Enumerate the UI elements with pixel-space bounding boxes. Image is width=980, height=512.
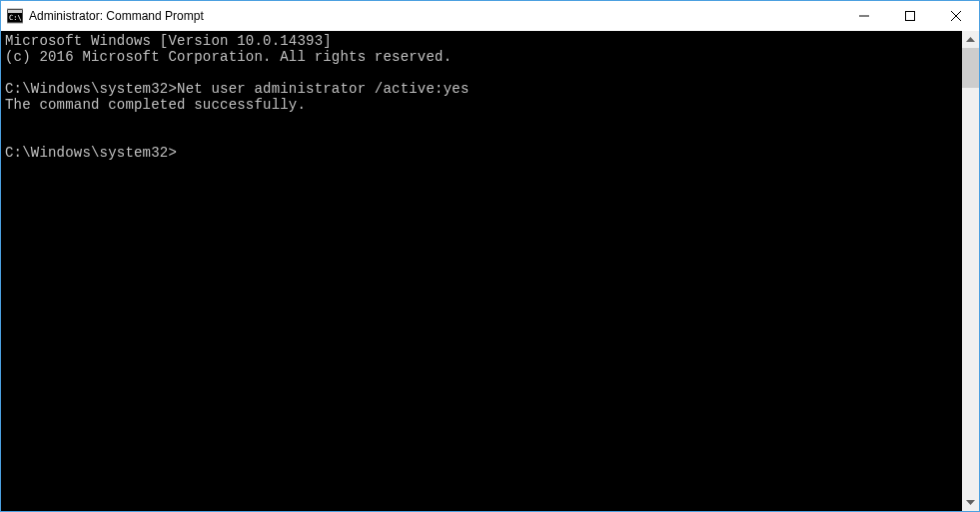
svg-line-6 xyxy=(951,11,961,21)
vertical-scrollbar[interactable] xyxy=(962,31,979,511)
cmd-icon: C:\ xyxy=(7,8,23,24)
window-title: Administrator: Command Prompt xyxy=(29,9,841,23)
console-output[interactable]: Microsoft Windows [Version 10.0.14393](c… xyxy=(1,31,962,511)
window-frame: C:\ Administrator: Command Prompt Micros… xyxy=(0,0,980,512)
svg-marker-8 xyxy=(966,500,975,505)
close-button[interactable] xyxy=(933,1,979,31)
scroll-up-button[interactable] xyxy=(962,31,979,48)
maximize-button[interactable] xyxy=(887,1,933,31)
svg-rect-1 xyxy=(8,10,22,13)
console-line xyxy=(5,65,962,81)
prompt-path: C:\Windows\system32> xyxy=(5,145,177,161)
svg-line-5 xyxy=(951,11,961,21)
console-line: C:\Windows\system32> xyxy=(5,145,962,161)
titlebar[interactable]: C:\ Administrator: Command Prompt xyxy=(1,1,979,31)
prompt-command: Net user administrator /active:yes xyxy=(177,81,469,97)
client-area: Microsoft Windows [Version 10.0.14393](c… xyxy=(1,31,979,511)
svg-text:C:\: C:\ xyxy=(9,14,22,22)
svg-rect-4 xyxy=(906,12,915,21)
console-line: (c) 2016 Microsoft Corporation. All righ… xyxy=(5,49,962,65)
minimize-button[interactable] xyxy=(841,1,887,31)
console-line: The command completed successfully. xyxy=(5,97,962,113)
console-line: Microsoft Windows [Version 10.0.14393] xyxy=(5,33,962,49)
console-line xyxy=(5,113,962,129)
scroll-down-button[interactable] xyxy=(962,494,979,511)
console-line: C:\Windows\system32>Net user administrat… xyxy=(5,81,962,97)
prompt-path: C:\Windows\system32> xyxy=(5,81,177,97)
console-line xyxy=(5,129,962,145)
svg-marker-7 xyxy=(966,37,975,42)
window-controls xyxy=(841,1,979,31)
scroll-thumb[interactable] xyxy=(962,48,979,88)
scroll-track[interactable] xyxy=(962,48,979,494)
